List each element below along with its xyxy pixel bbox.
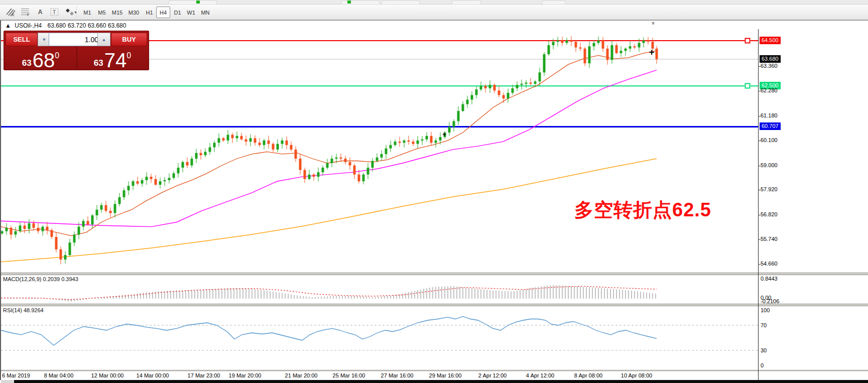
candle-body	[466, 99, 469, 104]
timeframe-button-M1[interactable]: M1	[80, 7, 94, 18]
buy-price-display[interactable]: 63 74 0	[77, 47, 148, 70]
timeframe-button-M15[interactable]: M15	[109, 7, 126, 18]
candle-body	[394, 142, 397, 145]
timeframe-button-H4[interactable]: H4	[156, 7, 170, 18]
timeframe-button-H1[interactable]: H1	[143, 7, 156, 18]
candle-body	[150, 177, 153, 179]
price-badge-60.707: 60.707	[760, 122, 781, 130]
candle-body	[439, 137, 442, 141]
macd-signal-line	[1, 286, 657, 300]
sell-button[interactable]: SELL	[6, 33, 38, 46]
candle-body	[272, 144, 275, 150]
candle-body	[462, 104, 464, 111]
price-badge-63.680: 63.680	[760, 55, 781, 63]
timeframe-button-M5[interactable]: M5	[95, 7, 109, 18]
candle-body	[552, 42, 555, 45]
buy-price-big-figure: 63	[94, 59, 103, 67]
timeframe-button-D1[interactable]: D1	[171, 7, 184, 18]
candle-body	[471, 95, 473, 99]
candle-body	[498, 90, 501, 95]
candle-body	[399, 142, 401, 143]
candle-body	[326, 163, 329, 168]
candle-body	[620, 51, 623, 53]
symbol-title: USOil-,H4	[15, 22, 42, 29]
line-endpoint-marker[interactable]	[745, 83, 751, 89]
candle-body	[539, 72, 541, 81]
candle-body	[453, 121, 455, 126]
candle-body	[629, 46, 632, 49]
candle-body	[647, 41, 650, 42]
candle-body	[64, 255, 67, 260]
date-label: 8 Mar 04:00	[44, 372, 74, 378]
candle-body	[435, 141, 437, 143]
candle-body	[557, 41, 559, 42]
candle-body	[37, 228, 40, 231]
date-label: 29 Mar 16:00	[429, 372, 462, 378]
candle-body	[417, 141, 419, 144]
candle-body	[191, 159, 193, 166]
timeframe-button-M30[interactable]: M30	[126, 7, 142, 18]
candle-body	[381, 154, 383, 158]
candle-body	[331, 159, 333, 163]
candle-body	[200, 153, 202, 156]
candle-body	[281, 141, 284, 144]
candle-body	[146, 177, 148, 180]
date-label: 25 Mar 16:00	[333, 372, 365, 378]
buy-button[interactable]: BUY	[111, 33, 147, 46]
candle-body	[137, 181, 139, 184]
candle-body	[349, 162, 351, 166]
candle-body	[254, 138, 257, 143]
candle-body	[634, 46, 636, 47]
macd-pane[interactable]: MACD(12,26,9) 0.2039 0.3943	[1, 275, 758, 304]
green-indicator-icon	[196, 1, 200, 4]
candle-body	[227, 135, 229, 141]
candle-body	[588, 46, 591, 63]
line-endpoint-marker[interactable]	[745, 38, 751, 43]
candle-body	[530, 83, 532, 84]
svg-text:E: E	[12, 13, 15, 17]
green-indicator-icon	[347, 1, 351, 4]
chart-window[interactable]: ▲ USOil-,H4 63.680 63.720 63.660 63.680 …	[0, 20, 868, 380]
axis-tick	[758, 91, 761, 91]
candle-body	[168, 178, 171, 180]
candle-body	[412, 142, 415, 144]
candle-body	[638, 43, 641, 47]
toolbar: E F A T M1M5M15M30H1H4D1W1MN	[0, 5, 868, 20]
sell-price-display[interactable]: 63 68 0	[6, 47, 76, 70]
candle-body	[19, 225, 22, 231]
candle-body	[132, 181, 135, 186]
candle-body	[204, 152, 207, 155]
axis-tick	[758, 190, 761, 190]
svg-text:F: F	[27, 13, 29, 17]
candle-body	[385, 149, 388, 154]
candle-body	[480, 86, 482, 89]
volume-input[interactable]	[49, 33, 102, 46]
timeframe-button-W1[interactable]: W1	[184, 7, 198, 18]
time-axis[interactable]: 6 Mar 20198 Mar 04:0012 Mar 00:0014 Mar …	[1, 371, 868, 380]
fibonacci-tool-icon[interactable]: F	[19, 6, 32, 18]
mt4-terminal: E F A T M1M5M15M30H1H4D1W1MN ▲ USOil-,H4…	[0, 0, 868, 383]
buy-price-pips: 74	[104, 52, 127, 69]
candle-body	[317, 172, 320, 177]
price-badge-64.500: 64.500	[760, 37, 781, 44]
candle-body	[611, 45, 613, 60]
candle-body	[286, 141, 288, 145]
candle-body	[503, 95, 505, 98]
rsi-pane[interactable]: RSI(14) 48.9264	[1, 306, 758, 370]
candle-body	[521, 84, 523, 85]
lines-tool-icon[interactable]: E	[4, 6, 17, 18]
candle-body	[290, 145, 293, 150]
text-label-tool-icon[interactable]: T	[48, 6, 61, 18]
collapse-arrow-icon[interactable]: ▲	[5, 22, 11, 29]
timeframe-button-MN[interactable]: MN	[198, 7, 213, 18]
candle-body	[358, 175, 360, 182]
price-axis-border	[758, 29, 759, 380]
cross-marker: +	[442, 131, 446, 138]
candle-body	[548, 45, 550, 54]
volume-increase-button[interactable]: ▲	[97, 33, 110, 46]
chart-shift-marker[interactable]: ▼	[651, 21, 656, 26]
text-tool-icon[interactable]: A	[34, 6, 46, 18]
candle-body	[561, 41, 564, 43]
candle-body	[322, 168, 324, 172]
candle-body	[484, 86, 487, 88]
